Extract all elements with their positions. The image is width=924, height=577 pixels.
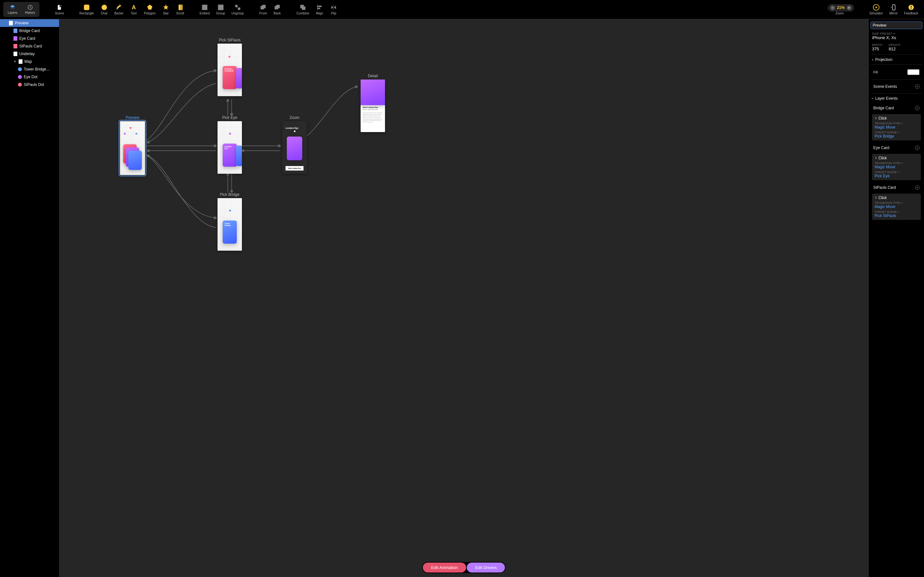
svg-rect-13: [238, 8, 240, 10]
layer-events-header[interactable]: ›Layer Events: [872, 96, 921, 101]
layer-name: StPauls Dot: [24, 82, 44, 87]
scene-zoom[interactable]: Zoom London Eye Visit London Eye: [282, 115, 307, 174]
svg-point-25: [911, 8, 912, 9]
layer-name: Tower Bridge…: [24, 67, 50, 71]
layer-dot-icon: [18, 75, 22, 79]
height-label: HEIGHT: [889, 43, 901, 47]
transition-value[interactable]: Magic Move: [875, 165, 918, 169]
add-event-button[interactable]: +: [915, 185, 919, 190]
add-scene-event-button[interactable]: +: [915, 84, 919, 89]
event-layer-name: StPauls Card: [873, 185, 896, 190]
svg-rect-12: [235, 5, 237, 7]
layer-rect-icon: [13, 52, 17, 56]
edit-drivers-button[interactable]: Edit Drivers: [467, 562, 505, 572]
mirror-icon: [890, 4, 897, 11]
layer-row[interactable]: Bridge Card: [0, 27, 59, 35]
width-value[interactable]: 375: [872, 47, 882, 51]
layers-tab[interactable]: Layers: [4, 3, 21, 16]
scene-pick-stpauls[interactable]: Pick StPauls St Paul's Cathedral: [218, 38, 242, 96]
event-block[interactable]: ⇅ClickTRANSITION TYPE ▾Magic MoveTARGET …: [872, 114, 921, 140]
layer-row[interactable]: ▼Map: [0, 58, 59, 65]
rectangle-button[interactable]: Rectangle: [77, 3, 97, 16]
size-preset-value[interactable]: iPhone X, Xs: [872, 35, 921, 40]
layer-row[interactable]: Eye Card: [0, 35, 59, 42]
layer-row[interactable]: Tower Bridge…: [0, 65, 59, 73]
layer-row[interactable]: StPauls Card: [0, 42, 59, 50]
zoom-value: 21%: [837, 5, 845, 10]
layer-row[interactable]: Underlay: [0, 50, 59, 58]
scene-preview[interactable]: Preview ⚡: [120, 115, 145, 175]
event-block[interactable]: ⇅ClickTRANSITION TYPE ▾Magic MoveTARGET …: [872, 193, 921, 220]
target-scene-value[interactable]: Pick Bridge: [875, 134, 918, 139]
target-scene-value[interactable]: Pick StPauls: [875, 213, 918, 218]
scene-pick-eye[interactable]: Pick Eye London Eye: [218, 115, 242, 174]
simulator-button[interactable]: Simulator: [867, 3, 885, 16]
height-value[interactable]: 812: [889, 47, 901, 51]
layer-rect-icon: [13, 36, 17, 41]
play-icon: [873, 4, 880, 11]
sort-icon: ⇅: [875, 117, 877, 120]
feedback-icon: [908, 4, 915, 11]
flip-button[interactable]: Flip: [327, 3, 340, 16]
scroll-button[interactable]: Scroll: [174, 3, 187, 16]
layer-row[interactable]: Eye Dot: [0, 73, 59, 81]
fill-swatch[interactable]: [907, 69, 919, 75]
svg-rect-8: [204, 6, 206, 9]
align-icon: [316, 4, 323, 11]
scene-pick-bridge[interactable]: Pick Bridge Tower Bridge: [218, 192, 242, 251]
layers-tab-label: Layers: [8, 11, 17, 15]
mirror-button[interactable]: Mirror: [887, 3, 900, 16]
zoom-in-button[interactable]: +: [846, 5, 851, 10]
polygon-button[interactable]: Polygon: [142, 3, 158, 16]
group-button[interactable]: Group: [214, 3, 228, 16]
event-block[interactable]: ⇅ClickTRANSITION TYPE ▾Magic MoveTARGET …: [872, 154, 921, 180]
scene-button[interactable]: Scene: [52, 3, 66, 16]
front-icon: [260, 4, 267, 11]
bezier-button[interactable]: Bezier: [112, 3, 126, 16]
edit-animation-button[interactable]: Edit Animation: [423, 562, 466, 572]
svg-rect-15: [262, 5, 265, 8]
svg-rect-5: [179, 5, 181, 10]
transition-value[interactable]: Magic Move: [875, 205, 918, 209]
history-tab[interactable]: History: [21, 3, 39, 16]
ungroup-button[interactable]: Ungroup: [229, 3, 246, 16]
scene-name-input[interactable]: [871, 22, 922, 29]
event-layer-name: Bridge Card: [873, 106, 894, 110]
front-button[interactable]: Front: [257, 3, 270, 16]
combine-button[interactable]: Combine: [294, 3, 312, 16]
text-button[interactable]: AText: [128, 3, 140, 16]
back-button[interactable]: Back: [271, 3, 284, 16]
layer-name: Bridge Card: [19, 29, 40, 33]
oval-button[interactable]: Oval: [98, 3, 111, 16]
zoom-label: Zoom: [835, 11, 844, 15]
canvas[interactable]: Preview ⚡ Pick StPauls St Paul's Cathedr…: [59, 19, 869, 577]
embed-button[interactable]: Embed: [197, 3, 212, 16]
add-event-button[interactable]: +: [915, 145, 919, 150]
layer-row[interactable]: StPauls Dot: [0, 81, 59, 89]
star-button[interactable]: Star: [160, 3, 172, 16]
caret-icon[interactable]: ▼: [13, 60, 17, 63]
star-icon: [162, 4, 170, 11]
scene-label-detail: Detail: [360, 74, 385, 78]
layers-history-toggle: Layers History: [3, 2, 39, 17]
projection-row[interactable]: ›Projection: [872, 57, 921, 62]
zoom-out-button[interactable]: −: [830, 5, 835, 10]
add-event-button[interactable]: +: [915, 106, 919, 110]
scene-events-header[interactable]: Scene Events: [873, 84, 897, 89]
target-scene-value[interactable]: Pick Eye: [875, 174, 918, 178]
scene-detail[interactable]: Detail Visit London Eye Enjoy a unique p…: [360, 74, 385, 132]
chevron-right-icon: ›: [872, 57, 873, 62]
fill-label: Fill: [873, 70, 878, 74]
oval-icon: [101, 4, 108, 11]
scene-label-stpauls: Pick StPauls: [218, 38, 242, 42]
scene-label-eye: Pick Eye: [218, 115, 242, 120]
transition-value[interactable]: Magic Move: [875, 125, 918, 129]
align-button[interactable]: Align: [313, 3, 326, 16]
layer-row[interactable]: Preview: [0, 19, 59, 27]
layer-dot-icon: [18, 67, 22, 71]
polygon-icon: [146, 4, 153, 11]
scene-label-bridge: Pick Bridge: [218, 192, 242, 197]
feedback-button[interactable]: Feedback: [901, 3, 921, 16]
text-icon: A: [130, 4, 137, 11]
layer-name: Preview: [15, 21, 29, 25]
